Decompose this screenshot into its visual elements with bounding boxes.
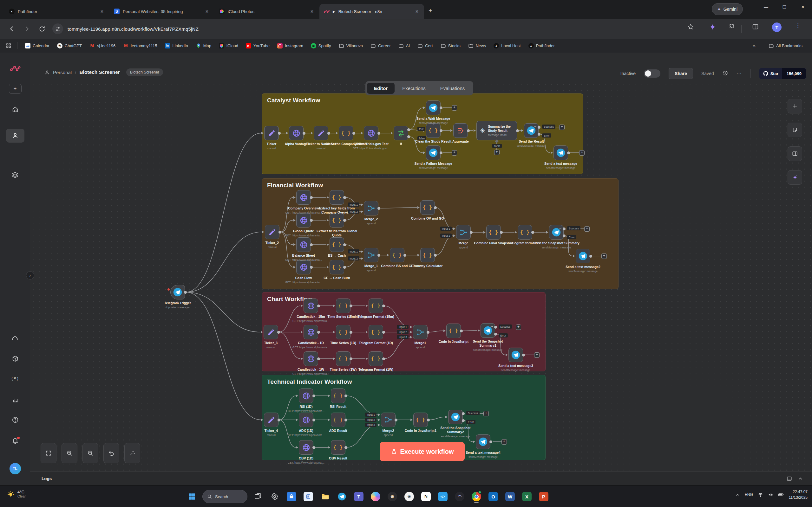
help-icon[interactable] [0,416,30,424]
taskbar-app-teams[interactable]: T [352,490,365,504]
battery-icon[interactable] [778,492,784,498]
output-port[interactable] [440,152,443,154]
input-port[interactable] [328,446,330,449]
input-port[interactable] [361,204,363,206]
input-port[interactable] [262,231,264,233]
input-port[interactable] [333,304,335,307]
node-c2[interactable] [304,325,318,339]
cloud-icon[interactable] [0,335,30,342]
history-icon[interactable] [722,70,728,77]
input-port[interactable] [327,266,329,268]
taskbar-app-claude[interactable]: ❋ [386,490,399,504]
output-port[interactable] [563,234,565,237]
package-icon[interactable] [0,355,30,362]
input-port[interactable] [293,266,296,268]
add-connected-node-button[interactable]: + [534,352,540,358]
output-port[interactable] [440,129,443,132]
output-port[interactable] [538,126,541,129]
input-port[interactable] [410,336,412,338]
taskbar-app-telegram[interactable] [336,490,348,504]
node-c10[interactable] [413,325,427,339]
bookmark-item[interactable]: ▶YouTube [246,43,270,49]
bookmark-item[interactable]: ▲Pathfinder [528,43,555,49]
variables-icon[interactable]: (✕) [0,376,30,381]
input-port[interactable] [261,418,263,421]
input-port[interactable] [261,132,264,134]
input-port[interactable] [478,329,480,332]
input-port[interactable] [445,416,448,418]
node-f9[interactable] [364,201,378,216]
workflow-title[interactable]: Biotech Screener [79,69,120,75]
site-info-icon[interactable] [52,23,63,34]
undo-button[interactable] [103,443,119,463]
tab-close-icon[interactable]: ✕ [309,9,315,14]
output-port[interactable] [382,304,385,307]
input-port[interactable] [333,331,335,333]
input-port[interactable] [573,255,575,257]
input-port[interactable] [301,357,303,360]
input-port[interactable] [453,234,455,237]
node-trigger[interactable] [170,285,185,299]
input-port[interactable] [410,326,412,328]
node-c12[interactable]: → [480,323,495,338]
output-port[interactable] [407,128,410,131]
output-port[interactable] [184,291,187,294]
node-t9[interactable] [426,146,441,160]
output-port[interactable] [434,206,437,209]
home-icon[interactable] [0,106,30,113]
input-port[interactable] [336,132,338,134]
reload-icon[interactable] [39,26,45,32]
new-tab-button[interactable]: + [428,7,432,14]
gemini-spark-icon[interactable] [709,23,716,31]
breadcrumb-project[interactable]: Personal [53,70,72,75]
tab-editor[interactable]: Editor [367,83,395,94]
node-c1[interactable] [304,298,318,313]
output-port[interactable] [310,196,313,199]
node-t3[interactable] [314,126,328,140]
node-f2[interactable] [296,213,311,228]
node-f7[interactable]: { } [329,237,344,252]
taskbar-app-excel[interactable]: X [520,490,533,504]
output-port[interactable] [310,219,313,222]
input-port[interactable] [327,243,329,246]
node-t1[interactable] [264,126,279,140]
input-port[interactable] [515,231,517,233]
all-bookmarks-button[interactable]: All Bookmarks [768,43,803,49]
gemini-button[interactable]: ✦ Gemini [712,3,743,15]
output-port[interactable] [350,331,352,334]
output-port[interactable] [317,331,320,334]
tidy-up-button[interactable] [124,443,140,463]
add-sticky-note-button[interactable] [788,123,802,137]
node-f14[interactable] [456,225,471,239]
output-port[interactable] [538,133,541,135]
taskbar-app-notion[interactable]: N [420,490,432,504]
bookmark-item[interactable]: 12Calendar [25,43,49,49]
output-port[interactable] [522,354,525,356]
output-port[interactable] [494,333,497,336]
notifications-icon[interactable] [0,437,30,445]
input-port[interactable] [473,129,476,132]
input-port[interactable] [366,331,368,333]
add-connected-node-button[interactable]: + [559,124,565,130]
zoom-out-button[interactable] [83,443,98,463]
node-t11[interactable]: ✳Summarize the Study ResultMessage Model [476,121,517,140]
browser-tab[interactable]: ▲Pathfinder✕ [4,4,109,19]
node-c3[interactable] [304,351,318,366]
output-port[interactable] [426,331,429,334]
node-x2[interactable] [299,412,313,427]
taskbar-app-arc[interactable]: ◠ [453,490,466,504]
input-port[interactable] [387,254,389,257]
output-port[interactable] [345,446,347,449]
node-x6[interactable]: { } [331,440,345,455]
input-port[interactable] [378,413,380,416]
browser-tab[interactable]: SPersonal Websites: 35 Inspiring✕ [109,4,214,19]
input-port[interactable] [423,152,425,154]
node-f6[interactable]: { } [329,213,344,228]
node-f3[interactable] [296,237,311,252]
input-port[interactable] [301,304,303,307]
output-port[interactable] [567,152,570,154]
output-port[interactable] [460,330,463,332]
tab-executions[interactable]: Executions [395,83,432,94]
node-t13[interactable] [554,146,568,160]
back-icon[interactable] [8,25,15,32]
